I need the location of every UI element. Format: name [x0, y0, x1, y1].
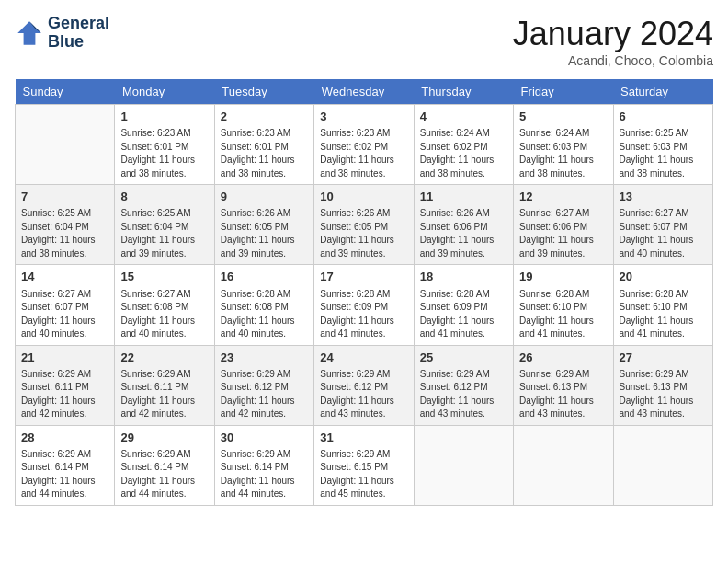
- day-cell: 11Sunrise: 6:26 AM Sunset: 6:06 PM Dayli…: [414, 185, 513, 265]
- day-info: Sunrise: 6:28 AM Sunset: 6:09 PM Dayligh…: [420, 288, 507, 341]
- logo-text: General Blue: [48, 15, 109, 52]
- day-cell: 24Sunrise: 6:29 AM Sunset: 6:12 PM Dayli…: [314, 345, 414, 425]
- day-info: Sunrise: 6:25 AM Sunset: 6:03 PM Dayligh…: [620, 127, 707, 180]
- day-cell: 6Sunrise: 6:25 AM Sunset: 6:03 PM Daylig…: [613, 105, 712, 185]
- day-cell: 21Sunrise: 6:29 AM Sunset: 6:11 PM Dayli…: [16, 345, 115, 425]
- day-cell: 20Sunrise: 6:28 AM Sunset: 6:10 PM Dayli…: [613, 265, 712, 345]
- location: Acandi, Choco, Colombia: [513, 53, 713, 68]
- day-number: 4: [420, 109, 507, 125]
- day-cell: 16Sunrise: 6:28 AM Sunset: 6:08 PM Dayli…: [214, 265, 313, 345]
- day-info: Sunrise: 6:29 AM Sunset: 6:14 PM Dayligh…: [21, 448, 108, 501]
- day-info: Sunrise: 6:29 AM Sunset: 6:12 PM Dayligh…: [221, 368, 308, 421]
- calendar-table: SundayMondayTuesdayWednesdayThursdayFrid…: [15, 79, 713, 506]
- day-cell: 13Sunrise: 6:27 AM Sunset: 6:07 PM Dayli…: [613, 185, 712, 265]
- day-cell: 23Sunrise: 6:29 AM Sunset: 6:12 PM Dayli…: [214, 345, 313, 425]
- day-cell: 29Sunrise: 6:29 AM Sunset: 6:14 PM Dayli…: [115, 425, 214, 505]
- day-info: Sunrise: 6:24 AM Sunset: 6:03 PM Dayligh…: [519, 127, 607, 180]
- day-info: Sunrise: 6:25 AM Sunset: 6:04 PM Dayligh…: [120, 207, 208, 260]
- day-cell: 3Sunrise: 6:23 AM Sunset: 6:02 PM Daylig…: [314, 105, 414, 185]
- week-row-3: 14Sunrise: 6:27 AM Sunset: 6:07 PM Dayli…: [16, 265, 713, 345]
- day-cell: [613, 425, 712, 505]
- day-number: 30: [221, 430, 308, 446]
- day-number: 24: [320, 350, 407, 366]
- day-cell: 18Sunrise: 6:28 AM Sunset: 6:09 PM Dayli…: [414, 265, 513, 345]
- day-cell: 8Sunrise: 6:25 AM Sunset: 6:04 PM Daylig…: [115, 185, 214, 265]
- day-info: Sunrise: 6:27 AM Sunset: 6:07 PM Dayligh…: [21, 288, 108, 341]
- week-row-1: 1Sunrise: 6:23 AM Sunset: 6:01 PM Daylig…: [16, 105, 713, 185]
- day-number: 9: [221, 189, 308, 205]
- day-info: Sunrise: 6:26 AM Sunset: 6:06 PM Dayligh…: [420, 207, 507, 260]
- day-number: 16: [221, 269, 308, 285]
- logo: General Blue: [15, 15, 109, 52]
- day-number: 13: [620, 189, 707, 205]
- day-cell: 7Sunrise: 6:25 AM Sunset: 6:04 PM Daylig…: [16, 185, 115, 265]
- day-number: 12: [519, 189, 607, 205]
- day-number: 22: [120, 350, 208, 366]
- title-block: January 2024 Acandi, Choco, Colombia: [513, 15, 713, 68]
- day-number: 23: [221, 350, 308, 366]
- day-cell: 28Sunrise: 6:29 AM Sunset: 6:14 PM Dayli…: [16, 425, 115, 505]
- day-number: 3: [320, 109, 407, 125]
- day-cell: 1Sunrise: 6:23 AM Sunset: 6:01 PM Daylig…: [115, 105, 214, 185]
- day-info: Sunrise: 6:27 AM Sunset: 6:07 PM Dayligh…: [620, 207, 707, 260]
- day-number: 26: [519, 350, 607, 366]
- day-cell: [16, 105, 115, 185]
- day-number: 27: [620, 350, 707, 366]
- day-info: Sunrise: 6:27 AM Sunset: 6:06 PM Dayligh…: [519, 207, 607, 260]
- day-cell: [414, 425, 513, 505]
- day-number: 2: [221, 109, 308, 125]
- day-cell: 4Sunrise: 6:24 AM Sunset: 6:02 PM Daylig…: [414, 105, 513, 185]
- day-info: Sunrise: 6:29 AM Sunset: 6:14 PM Dayligh…: [221, 448, 308, 501]
- day-number: 5: [519, 109, 607, 125]
- column-header-wednesday: Wednesday: [314, 79, 414, 105]
- day-cell: 31Sunrise: 6:29 AM Sunset: 6:15 PM Dayli…: [314, 425, 414, 505]
- day-info: Sunrise: 6:26 AM Sunset: 6:05 PM Dayligh…: [221, 207, 308, 260]
- day-number: 14: [21, 269, 108, 285]
- day-info: Sunrise: 6:29 AM Sunset: 6:12 PM Dayligh…: [320, 368, 407, 421]
- day-cell: 15Sunrise: 6:27 AM Sunset: 6:08 PM Dayli…: [115, 265, 214, 345]
- day-cell: 19Sunrise: 6:28 AM Sunset: 6:10 PM Dayli…: [514, 265, 613, 345]
- week-row-4: 21Sunrise: 6:29 AM Sunset: 6:11 PM Dayli…: [16, 345, 713, 425]
- day-info: Sunrise: 6:29 AM Sunset: 6:13 PM Dayligh…: [620, 368, 707, 421]
- day-number: 28: [21, 430, 108, 446]
- header-row: SundayMondayTuesdayWednesdayThursdayFrid…: [16, 79, 713, 105]
- day-info: Sunrise: 6:29 AM Sunset: 6:15 PM Dayligh…: [320, 448, 407, 501]
- day-number: 11: [420, 189, 507, 205]
- day-cell: 5Sunrise: 6:24 AM Sunset: 6:03 PM Daylig…: [514, 105, 613, 185]
- day-cell: 10Sunrise: 6:26 AM Sunset: 6:05 PM Dayli…: [314, 185, 414, 265]
- day-number: 20: [620, 269, 707, 285]
- page-header: General Blue January 2024 Acandi, Choco,…: [15, 15, 713, 68]
- day-info: Sunrise: 6:28 AM Sunset: 6:10 PM Dayligh…: [620, 288, 707, 341]
- month-title: January 2024: [513, 15, 713, 53]
- day-cell: 25Sunrise: 6:29 AM Sunset: 6:12 PM Dayli…: [414, 345, 513, 425]
- day-info: Sunrise: 6:29 AM Sunset: 6:14 PM Dayligh…: [120, 448, 208, 501]
- column-header-sunday: Sunday: [16, 79, 115, 105]
- day-cell: 2Sunrise: 6:23 AM Sunset: 6:01 PM Daylig…: [214, 105, 313, 185]
- day-info: Sunrise: 6:29 AM Sunset: 6:11 PM Dayligh…: [21, 368, 108, 421]
- day-info: Sunrise: 6:29 AM Sunset: 6:11 PM Dayligh…: [120, 368, 208, 421]
- column-header-monday: Monday: [115, 79, 214, 105]
- logo-icon: [15, 18, 44, 48]
- day-info: Sunrise: 6:26 AM Sunset: 6:05 PM Dayligh…: [320, 207, 407, 260]
- column-header-saturday: Saturday: [613, 79, 712, 105]
- day-number: 19: [519, 269, 607, 285]
- day-number: 31: [320, 430, 407, 446]
- day-cell: 17Sunrise: 6:28 AM Sunset: 6:09 PM Dayli…: [314, 265, 414, 345]
- day-info: Sunrise: 6:25 AM Sunset: 6:04 PM Dayligh…: [21, 207, 108, 260]
- column-header-tuesday: Tuesday: [214, 79, 313, 105]
- day-info: Sunrise: 6:24 AM Sunset: 6:02 PM Dayligh…: [420, 127, 507, 180]
- week-row-2: 7Sunrise: 6:25 AM Sunset: 6:04 PM Daylig…: [16, 185, 713, 265]
- day-number: 8: [120, 189, 208, 205]
- day-info: Sunrise: 6:28 AM Sunset: 6:09 PM Dayligh…: [320, 288, 407, 341]
- day-number: 25: [420, 350, 507, 366]
- day-info: Sunrise: 6:29 AM Sunset: 6:12 PM Dayligh…: [420, 368, 507, 421]
- day-number: 1: [120, 109, 208, 125]
- day-cell: [514, 425, 613, 505]
- day-cell: 12Sunrise: 6:27 AM Sunset: 6:06 PM Dayli…: [514, 185, 613, 265]
- day-info: Sunrise: 6:28 AM Sunset: 6:10 PM Dayligh…: [519, 288, 607, 341]
- day-number: 18: [420, 269, 507, 285]
- day-cell: 22Sunrise: 6:29 AM Sunset: 6:11 PM Dayli…: [115, 345, 214, 425]
- day-info: Sunrise: 6:23 AM Sunset: 6:02 PM Dayligh…: [320, 127, 407, 180]
- column-header-friday: Friday: [514, 79, 613, 105]
- day-cell: 14Sunrise: 6:27 AM Sunset: 6:07 PM Dayli…: [16, 265, 115, 345]
